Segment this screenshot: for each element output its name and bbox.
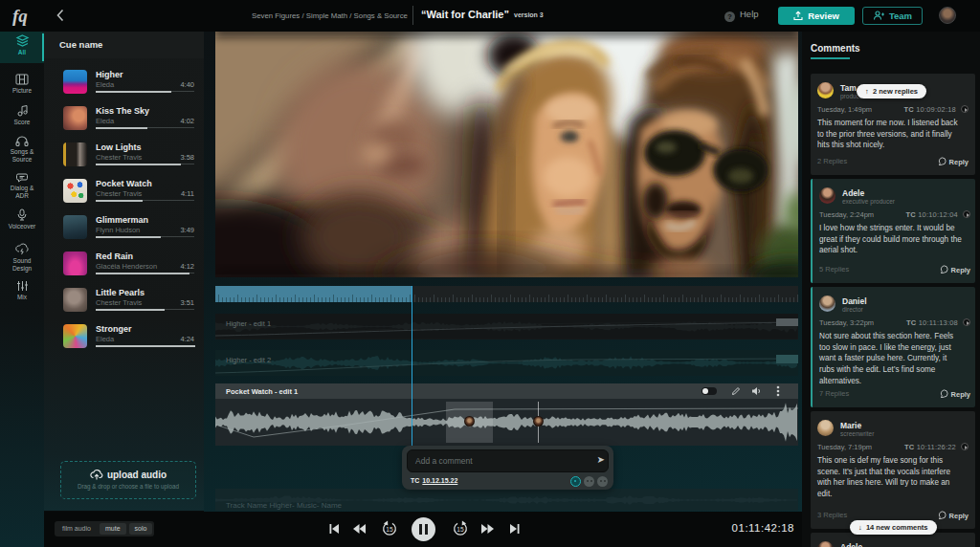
- svg-text:15: 15: [386, 526, 393, 533]
- svg-text:15: 15: [457, 526, 464, 533]
